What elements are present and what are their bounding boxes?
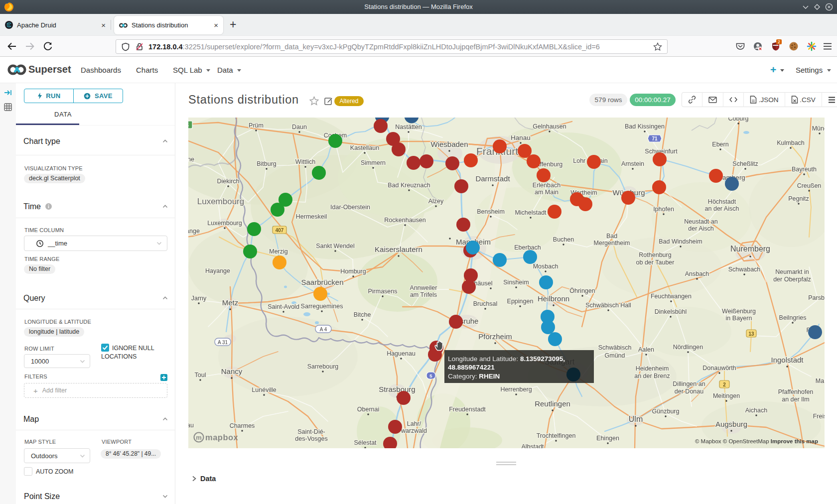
svg-text:au: au bbox=[188, 422, 194, 429]
svg-text:Nördlingen: Nördlingen bbox=[673, 344, 703, 351]
svg-text:Wiesbaden: Wiesbaden bbox=[430, 140, 468, 148]
svg-text:an der Ilm: an der Ilm bbox=[782, 396, 810, 403]
svg-text:Augsburg: Augsburg bbox=[715, 420, 747, 428]
svg-text:Heilbronn: Heilbronn bbox=[538, 294, 569, 303]
svg-text:Rothenburg: Rothenburg bbox=[639, 252, 671, 258]
svg-text:Schwäbisch: Schwäbisch bbox=[598, 344, 632, 351]
svg-text:Creußen: Creußen bbox=[797, 182, 822, 189]
svg-text:Sinsheim: Sinsheim bbox=[503, 279, 529, 286]
svg-text:Parsbe: Parsbe bbox=[808, 294, 825, 301]
svg-text:Albstadt: Albstadt bbox=[521, 443, 544, 448]
svg-text:des-Vosges: des-Vosges bbox=[295, 435, 327, 442]
svg-text:Bensheim: Bensheim bbox=[477, 208, 505, 215]
svg-text:71: 71 bbox=[652, 136, 658, 141]
svg-text:Pforzheim: Pforzheim bbox=[478, 332, 512, 341]
svg-text:Freudenstadt: Freudenstadt bbox=[449, 406, 486, 413]
svg-text:Luxembourg: Luxembourg bbox=[207, 220, 242, 227]
svg-text:Dillingen an: Dillingen an bbox=[673, 380, 705, 387]
svg-text:Sankt Wendel: Sankt Wendel bbox=[316, 243, 355, 250]
svg-text:Kastellaun: Kastellaun bbox=[350, 144, 379, 151]
svg-text:Longitude and Latitude: 8.1359: Longitude and Latitude: 8.1359273095, bbox=[448, 355, 565, 363]
svg-text:Category: RHEIN: Category: RHEIN bbox=[448, 373, 500, 380]
svg-text:Toul: Toul bbox=[195, 372, 206, 378]
svg-text:Kulmbach: Kulmbach bbox=[777, 139, 805, 146]
svg-text:Trochtelfingen: Trochtelfingen bbox=[537, 432, 576, 439]
svg-text:Gelnhausen: Gelnhausen bbox=[533, 123, 566, 130]
svg-text:© Mapbox © OpenStreetMap Impro: © Mapbox © OpenStreetMap Improve this ma… bbox=[695, 438, 818, 444]
svg-text:an der Brenz: an der Brenz bbox=[634, 373, 670, 379]
svg-text:Meitingen: Meitingen bbox=[713, 392, 740, 399]
svg-text:Kaiserslautern: Kaiserslautern bbox=[375, 245, 422, 253]
svg-text:Mair: Mair bbox=[816, 378, 825, 384]
svg-text:ange: ange bbox=[188, 228, 200, 235]
svg-text:der Donau: der Donau bbox=[675, 388, 703, 395]
svg-text:Idar-Oberstein: Idar-Oberstein bbox=[330, 204, 370, 211]
svg-text:am Trifels: am Trifels bbox=[410, 291, 437, 298]
svg-text:Sarreguemines: Sarreguemines bbox=[301, 303, 343, 310]
svg-text:Bitburg: Bitburg bbox=[257, 160, 277, 167]
svg-text:ne: ne bbox=[188, 156, 194, 163]
svg-text:Bad Kreuznach: Bad Kreuznach bbox=[388, 182, 430, 189]
svg-text:Dinkelsbühl: Dinkelsbühl bbox=[655, 308, 687, 315]
svg-text:Nastätten: Nastätten bbox=[395, 124, 422, 130]
svg-text:Höchstadt: Höchstadt bbox=[708, 198, 736, 205]
svg-text:Mosbach: Mosbach bbox=[533, 263, 558, 270]
svg-text:Pirmasens: Pirmasens bbox=[368, 288, 397, 295]
svg-text:Aichach: Aichach bbox=[745, 407, 768, 414]
svg-text:mapbox: mapbox bbox=[205, 433, 239, 442]
svg-text:Eppingen: Eppingen bbox=[507, 298, 534, 305]
svg-text:Prüm: Prüm bbox=[249, 122, 264, 129]
svg-text:Bad Kissingen: Bad Kissingen bbox=[625, 123, 665, 130]
svg-text:warzwald: warzwald bbox=[401, 427, 427, 434]
svg-text:Öhringen: Öhringen bbox=[569, 287, 595, 294]
svg-text:Daun: Daun bbox=[292, 124, 307, 130]
svg-text:Diekirch: Diekirch bbox=[217, 178, 239, 185]
svg-text:48.8859674221: 48.8859674221 bbox=[448, 364, 495, 371]
svg-text:Feuchtwangen: Feuchtwangen bbox=[651, 293, 692, 300]
svg-text:A 4: A 4 bbox=[320, 327, 327, 332]
svg-text:Nancy: Nancy bbox=[221, 367, 243, 376]
svg-text:Neumarkt in: Neumarkt in bbox=[775, 268, 809, 275]
svg-text:Saint-Dié-: Saint-Dié- bbox=[297, 428, 325, 435]
svg-text:Annweiler: Annweiler bbox=[410, 284, 437, 291]
svg-text:Charmes: Charmes bbox=[230, 422, 255, 429]
svg-text:Lahr/: Lahr/ bbox=[407, 420, 421, 427]
svg-text:Saarbrücken: Saarbrücken bbox=[301, 278, 343, 286]
svg-text:407: 407 bbox=[276, 228, 284, 233]
svg-text:Heidenheim: Heidenheim bbox=[636, 365, 669, 372]
svg-text:Pfaffenhofen: Pfaffenhofen bbox=[778, 388, 814, 395]
svg-text:Schwäbisch Hall: Schwäbisch Hall bbox=[585, 302, 631, 309]
svg-text:Ingolstadt: Ingolstadt bbox=[771, 356, 804, 364]
svg-text:Pegnitz: Pegnitz bbox=[788, 195, 809, 202]
svg-text:Luxembourg: Luxembourg bbox=[197, 197, 245, 206]
svg-text:Reutlingen: Reutlingen bbox=[535, 399, 570, 408]
svg-text:Bad Windsheim: Bad Windsheim bbox=[659, 238, 702, 245]
svg-text:A 31: A 31 bbox=[218, 340, 228, 345]
svg-text:Iphofen: Iphofen bbox=[653, 206, 674, 213]
svg-text:Ehingen: Ehingen bbox=[596, 435, 619, 442]
svg-text:Weißenburg: Weißenburg bbox=[722, 308, 756, 315]
svg-text:2: 2 bbox=[723, 382, 726, 387]
svg-text:Neustadt an: Neustadt an bbox=[684, 218, 717, 225]
svg-text:Strasbourg: Strasbourg bbox=[379, 385, 415, 393]
svg-text:Beilngries: Beilngries bbox=[779, 314, 807, 321]
svg-text:Obernai: Obernai bbox=[357, 406, 379, 413]
svg-text:Mergentheim: Mergentheim bbox=[594, 240, 630, 247]
svg-text:Sarrebourg: Sarrebourg bbox=[307, 363, 339, 370]
svg-text:Bayreuth: Bayreuth bbox=[792, 166, 817, 173]
svg-text:am Main: am Main bbox=[535, 189, 558, 196]
svg-text:Hermeskeil: Hermeskeil bbox=[296, 213, 327, 220]
svg-text:der Oberpfalz: der Oberpfalz bbox=[773, 276, 811, 283]
svg-text:Saint-Avold: Saint-Avold bbox=[268, 303, 299, 310]
svg-text:Ansbach: Ansbach bbox=[685, 270, 709, 277]
svg-text:Simmern: Simmern bbox=[361, 159, 386, 166]
svg-text:an der Aisch: an der Aisch bbox=[705, 205, 739, 212]
svg-text:Darmstadt: Darmstadt bbox=[475, 174, 510, 183]
svg-text:Metz: Metz bbox=[222, 298, 239, 307]
svg-text:Alzey: Alzey bbox=[428, 198, 444, 205]
svg-text:Bitche: Bitche bbox=[354, 311, 371, 318]
svg-text:Wittlich: Wittlich bbox=[295, 158, 315, 165]
svg-text:Hanau: Hanau bbox=[511, 134, 531, 141]
svg-text:Münc: Münc bbox=[812, 125, 825, 132]
svg-text:m: m bbox=[196, 434, 202, 441]
